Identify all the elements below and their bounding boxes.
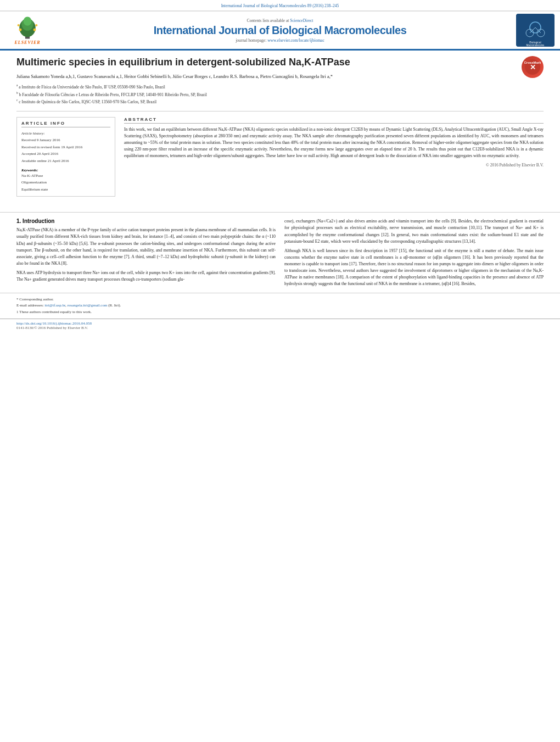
footnotes-section: * Corresponding author. E-mail addresses…: [0, 293, 560, 319]
article-title-section: Multimeric species in equilibrium in det…: [16, 56, 544, 111]
journal-homepage: journal homepage: www.elsevier.com/locat…: [49, 38, 511, 43]
bio-macro-logo: Biological Macromolecules: [516, 14, 555, 47]
svg-point-6: [18, 24, 20, 26]
abstract-column: ABSTRACT In this work, we find an equili…: [124, 117, 544, 202]
issn-text: 0141-8130/© 2016 Published by Elsevier B…: [16, 326, 544, 330]
intro-left-column: 1. Introduction Na,K-ATPase (NKA) is a m…: [16, 218, 276, 290]
keyword-1: Na-K-ATPase: [21, 172, 110, 180]
journal-header: ELSEVIER Contents lists available at Sci…: [0, 12, 560, 51]
svg-point-7: [35, 24, 37, 26]
elsevier-logo-section: ELSEVIER: [5, 15, 49, 45]
crossmark-badge: ✕ CrossMark: [522, 56, 544, 78]
bottom-links: http://dx.doi.org/10.1016/j.ijbiomac.201…: [16, 321, 544, 326]
article-info-label: ARTICLE INFO: [21, 121, 110, 127]
history-label: Article history:: [21, 130, 110, 137]
journal-banner: International Journal of Biological Macr…: [0, 0, 560, 12]
intro-paragraph-3: cose), exchangers (Na+/Ca2+) and also dr…: [284, 218, 544, 244]
bottom-bar: http://dx.doi.org/10.1016/j.ijbiomac.201…: [0, 319, 560, 332]
keyword-2: Oligomerization: [21, 179, 110, 186]
svg-point-5: [33, 29, 36, 31]
svg-text:CrossMark: CrossMark: [524, 61, 541, 64]
keyword-3: Equilibrium state: [21, 186, 110, 193]
sciencedirect-link[interactable]: ScienceDirect: [290, 18, 313, 23]
affiliation-c: c c Instituto de Química de São Carlos, …: [16, 98, 544, 105]
email-note: E-mail addresses: itri@if.usp.br, rosang…: [16, 303, 544, 309]
homepage-link[interactable]: www.elsevier.com/locate/ijbiomac: [267, 38, 324, 43]
article-title: Multimeric species in equilibrium in det…: [16, 56, 544, 69]
received2: Received in revised form 19 April 2016: [21, 144, 110, 151]
contents-line: Contents lists available at ScienceDirec…: [49, 18, 511, 23]
keywords-section: Keywords: Na-K-ATPase Oligomerization Eq…: [21, 168, 110, 193]
copyright-line: © 2016 Published by Elsevier B.V.: [124, 163, 544, 168]
bio-macro-logo-section: Biological Macromolecules: [511, 14, 555, 47]
page: International Journal of Biological Macr…: [0, 0, 560, 742]
affiliation-a: a a Instituto de Física da Universidade …: [16, 83, 544, 91]
keywords-list: Na-K-ATPase Oligomerization Equilibrium …: [21, 172, 110, 193]
elsevier-wordmark: ELSEVIER: [14, 40, 40, 45]
bio-macro-logo-icon: Biological Macromolecules: [516, 14, 555, 47]
available-online: Available online 21 April 2016: [21, 158, 110, 165]
intro-heading: 1. Introduction: [16, 218, 276, 224]
article-body: Multimeric species in equilibrium in det…: [0, 51, 560, 207]
received1: Received 9 January 2016: [21, 137, 110, 144]
banner-text: International Journal of Biological Macr…: [221, 3, 339, 8]
journal-center: Contents lists available at ScienceDirec…: [49, 18, 511, 43]
accepted: Accepted 20 April 2016: [21, 150, 110, 158]
article-history: Article history: Received 9 January 2016…: [21, 130, 110, 165]
svg-text:✕: ✕: [530, 63, 536, 71]
svg-text:Macromolecules: Macromolecules: [527, 44, 545, 47]
article-info-column: ARTICLE INFO Article history: Received 9…: [16, 117, 115, 202]
elsevier-tree-icon: [11, 15, 44, 40]
abstract-text: In this work, we find an equilibrium bet…: [124, 126, 544, 159]
equal-contribution-note: 1 These authors contributed equally to t…: [16, 309, 544, 315]
main-divider: [0, 212, 560, 213]
intro-right-column: cose), exchangers (Na+/Ca2+) and also dr…: [284, 218, 544, 290]
article-info-abstract-section: ARTICLE INFO Article history: Received 9…: [16, 117, 544, 202]
svg-point-3: [24, 16, 32, 25]
article-info-box: ARTICLE INFO Article history: Received 9…: [16, 117, 115, 197]
abstract-label: ABSTRACT: [124, 117, 544, 124]
intro-paragraph-4: Although NKA is well known since its fir…: [284, 248, 544, 287]
intro-paragraph-1: Na,K-ATPase (NKA) is a member of the P-t…: [16, 227, 276, 266]
email1-link[interactable]: itri@if.usp.br: [44, 303, 65, 308]
email2-link[interactable]: rosangela.itri@gmail.com: [68, 303, 108, 308]
svg-point-4: [19, 29, 21, 31]
authors: Juliana Sakamoto Yoneda a,b,1, Gustavo S…: [16, 73, 544, 80]
intro-paragraph-2: NKA uses ATP hydrolysis to transport thr…: [16, 270, 276, 283]
affiliations: a a Instituto de Física da Universidade …: [16, 83, 544, 105]
corresponding-author-note: * Corresponding author.: [16, 297, 544, 303]
journal-title: International Journal of Biological Macr…: [49, 24, 511, 37]
affiliation-b: b b Faculdade de Filosofia Ciências e Le…: [16, 91, 544, 98]
introduction-section: 1. Introduction Na,K-ATPase (NKA) is a m…: [0, 218, 560, 290]
doi-link[interactable]: http://dx.doi.org/10.1016/j.ijbiomac.201…: [16, 321, 92, 326]
keywords-label: Keywords:: [21, 168, 110, 172]
